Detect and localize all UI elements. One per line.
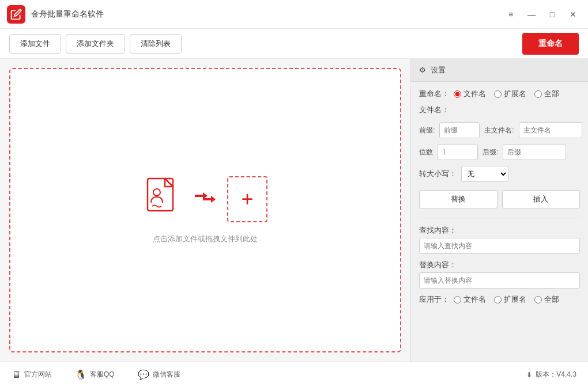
case-row: 转大小写： 无 全部大写 全部小写 (419, 166, 580, 182)
digits-label: 位数 (419, 147, 433, 157)
filename-label: 文件名： (419, 105, 449, 115)
replace-content-row: 替换内容： (419, 260, 580, 289)
close-button[interactable]: ✕ (565, 6, 581, 22)
divider-1 (419, 218, 580, 218)
drop-icons: + (143, 176, 267, 222)
main-area: + 点击添加文件或拖拽文件到此处 ⚙ 设置 重命名： 文件名 (0, 59, 588, 362)
version-label: 版本：V4.4.3 (536, 370, 576, 380)
case-select[interactable]: 无 全部大写 全部小写 (461, 166, 508, 182)
qq-label: 客服QQ (90, 370, 115, 380)
plus-box: + (227, 176, 267, 222)
panel-body: 重命名： 文件名 扩展名 全部 (411, 82, 588, 312)
monitor-icon: 🖥 (12, 370, 21, 380)
suffix-input[interactable] (503, 144, 566, 160)
footer: 🖥 官方网站 🐧 客服QQ 💬 微信客服 ⬇ 版本：V4.4.3 (0, 362, 588, 387)
minimize-button[interactable]: — (523, 6, 540, 22)
find-input[interactable] (419, 238, 580, 254)
insert-button[interactable]: 插入 (502, 190, 581, 208)
digits-input[interactable] (438, 144, 478, 160)
svg-point-1 (153, 189, 160, 196)
rename-type-row: 重命名： 文件名 扩展名 全部 (419, 89, 580, 99)
drop-zone[interactable]: + 点击添加文件或拖拽文件到此处 (9, 68, 401, 352)
website-label: 官方网站 (24, 370, 52, 380)
drop-zone-content: + 点击添加文件或拖拽文件到此处 (143, 176, 267, 244)
panel-header: ⚙ 设置 (411, 59, 588, 82)
drop-hint: 点击添加文件或拖拽文件到此处 (153, 234, 258, 244)
prefix-mainname-row: 前缀: 主文件名: (419, 122, 580, 138)
apply-row: 应用于： 文件名 扩展名 全部 (419, 294, 580, 305)
panel-title: 设置 (431, 65, 446, 75)
suffix-label: 后缀: (483, 147, 498, 157)
wechat-label: 微信客服 (153, 370, 180, 380)
menu-button[interactable]: ≡ (503, 6, 519, 22)
apply-radio-filename[interactable]: 文件名 (454, 294, 486, 305)
right-panel: ⚙ 设置 重命名： 文件名 扩展名 全部 (410, 59, 588, 362)
main-name-label: 主文件名: (484, 126, 514, 135)
prefix-label: 前缀: (419, 126, 435, 135)
radio-extension[interactable]: 扩展名 (494, 89, 526, 99)
find-row: 查找内容： (419, 225, 580, 254)
apply-label: 应用于： (419, 294, 449, 305)
rename-radio-group: 文件名 扩展名 全部 (454, 89, 559, 99)
rename-button[interactable]: 重命名 (522, 33, 579, 55)
apply-radio-all[interactable]: 全部 (534, 294, 559, 305)
replace-content-label: 替换内容： (419, 260, 580, 270)
apply-radio-extension[interactable]: 扩展名 (494, 294, 526, 305)
source-file-icon (143, 176, 183, 222)
window-controls: ≡ — □ ✕ (503, 6, 581, 22)
qq-icon: 🐧 (75, 369, 86, 380)
radio-filename[interactable]: 文件名 (454, 89, 486, 99)
toolbar: 添加文件 添加文件夹 清除列表 重命名 (0, 29, 588, 59)
radio-all[interactable]: 全部 (534, 89, 559, 99)
title-bar: 金舟批量重命名软件 ≡ — □ ✕ (0, 0, 588, 29)
download-icon: ⬇ (526, 371, 532, 379)
clear-list-button[interactable]: 清除列表 (130, 34, 182, 54)
main-name-input[interactable] (519, 122, 582, 138)
footer-wechat[interactable]: 💬 微信客服 (126, 369, 192, 380)
footer-qq[interactable]: 🐧 客服QQ (63, 369, 126, 380)
rename-label: 重命名： (419, 89, 449, 99)
digits-suffix-row: 位数 后缀: (419, 144, 580, 160)
replace-insert-row: 替换 插入 (419, 190, 580, 208)
replace-content-input[interactable] (419, 272, 580, 289)
footer-version: ⬇ 版本：V4.4.3 (526, 370, 576, 380)
arrow-icon (195, 192, 216, 206)
app-title: 金舟批量重命名软件 (31, 9, 503, 20)
filename-label-row: 文件名： (419, 105, 580, 116)
case-label: 转大小写： (419, 169, 457, 179)
file-list-area: + 点击添加文件或拖拽文件到此处 (0, 59, 410, 362)
add-file-button[interactable]: 添加文件 (9, 34, 61, 54)
footer-website[interactable]: 🖥 官方网站 (12, 370, 63, 380)
maximize-button[interactable]: □ (544, 6, 560, 22)
apply-radio-group: 文件名 扩展名 全部 (454, 294, 559, 305)
prefix-input[interactable] (439, 122, 480, 138)
add-folder-button[interactable]: 添加文件夹 (66, 34, 125, 54)
settings-gear-icon: ⚙ (419, 66, 426, 74)
replace-button[interactable]: 替换 (419, 190, 497, 208)
wechat-icon: 💬 (138, 369, 149, 380)
find-label: 查找内容： (419, 225, 580, 236)
app-logo (7, 5, 25, 24)
